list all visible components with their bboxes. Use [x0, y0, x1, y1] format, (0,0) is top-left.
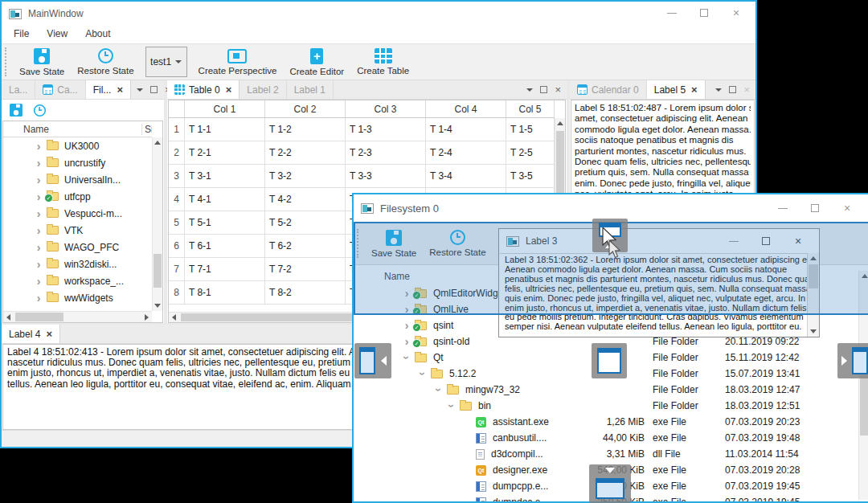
- table-cell[interactable]: T 2-5: [506, 141, 555, 165]
- expander-icon[interactable]: [31, 174, 47, 186]
- save-state-button[interactable]: Save State: [13, 44, 71, 80]
- tab-list-dropdown-icon[interactable]: [526, 88, 533, 92]
- table-cell[interactable]: T 1-2: [265, 118, 346, 141]
- expander-icon[interactable]: [31, 224, 47, 237]
- row-number[interactable]: 4: [169, 188, 185, 211]
- tab-calendar0[interactable]: Calendar 0: [570, 80, 647, 99]
- tree-item[interactable]: workspace_...: [3, 272, 152, 289]
- expander-icon[interactable]: [460, 431, 476, 444]
- restore-icon[interactable]: [34, 104, 46, 116]
- file-row[interactable]: d3dcompil... 3,31 MiB dll File 11.03.201…: [354, 446, 868, 462]
- expander-icon[interactable]: [31, 157, 47, 170]
- minimize-button[interactable]: [767, 194, 799, 222]
- table-cell[interactable]: T 4-1: [185, 188, 265, 211]
- table-cell[interactable]: T 3-2: [265, 165, 346, 188]
- main-titlebar[interactable]: MainWindow: [2, 2, 755, 26]
- create-table-button[interactable]: Create Table: [350, 44, 416, 80]
- tree-item[interactable]: utfcpp: [3, 188, 152, 205]
- minimize-button[interactable]: [656, 2, 688, 24]
- tab-filesystem[interactable]: Fil... ×: [86, 80, 131, 99]
- table-cell[interactable]: T 6-2: [265, 235, 346, 258]
- column-header[interactable]: Col 4: [426, 100, 506, 117]
- scroll-up-icon[interactable]: [154, 141, 161, 145]
- vertical-scrollbar[interactable]: [152, 137, 162, 311]
- tab-label5[interactable]: Label 5 ×: [647, 80, 706, 99]
- horizontal-scrollbar[interactable]: [3, 311, 152, 322]
- table-cell[interactable]: T 2-2: [265, 141, 346, 165]
- column-header[interactable]: Col 1: [185, 100, 265, 117]
- row-number[interactable]: 2: [169, 141, 185, 165]
- expander-icon[interactable]: [31, 258, 47, 271]
- undock-icon[interactable]: [729, 86, 736, 93]
- column-header[interactable]: Col 3: [346, 100, 426, 117]
- close-tab-icon[interactable]: ×: [226, 84, 232, 96]
- create-editor-button[interactable]: Create Editor: [283, 44, 350, 80]
- scroll-right-icon[interactable]: [145, 314, 149, 321]
- scroll-down-icon[interactable]: [810, 329, 817, 333]
- expander-icon[interactable]: [415, 367, 431, 380]
- table-cell[interactable]: T 5-1: [185, 211, 265, 235]
- create-perspective-button[interactable]: Create Perspective: [192, 44, 284, 80]
- toolbar-grip[interactable]: [5, 47, 10, 76]
- expander-icon[interactable]: [31, 275, 47, 288]
- maximize-button[interactable]: [799, 194, 831, 222]
- scrollbar-thumb[interactable]: [154, 254, 162, 288]
- table-cell[interactable]: T 2-4: [426, 141, 506, 165]
- table-cell[interactable]: T 8-2: [265, 281, 346, 305]
- table-cell[interactable]: T 7-2: [265, 258, 346, 281]
- tree-item[interactable]: VTK: [3, 222, 152, 239]
- expander-icon[interactable]: [460, 415, 476, 428]
- undock-icon[interactable]: [540, 86, 547, 93]
- table-cell[interactable]: T 2-1: [185, 141, 265, 165]
- scroll-left-icon[interactable]: [6, 314, 10, 321]
- tree-item[interactable]: WAGO_PFC: [3, 239, 152, 256]
- tree-item[interactable]: UK3000: [3, 137, 152, 154]
- close-panel-icon[interactable]: ×: [555, 84, 561, 95]
- tab-list-dropdown-icon[interactable]: [137, 88, 143, 92]
- tab-label2[interactable]: Label 2: [240, 80, 286, 99]
- expander-icon[interactable]: [460, 480, 476, 493]
- table-cell[interactable]: T 1-3: [346, 118, 426, 141]
- table-cell[interactable]: T 8-1: [185, 281, 265, 305]
- tree-item[interactable]: win32diski...: [3, 256, 152, 272]
- expander-icon[interactable]: [431, 383, 447, 396]
- scroll-left-icon[interactable]: [172, 314, 176, 321]
- menu-about[interactable]: About: [76, 28, 119, 39]
- file-row[interactable]: bin File Folder 18.03.2019 12:51: [354, 398, 868, 414]
- row-number[interactable]: 1: [169, 118, 185, 141]
- expander-icon[interactable]: [460, 448, 476, 460]
- file-row[interactable]: Qt assistant.exe 1,26 MiB exe File 07.03…: [354, 414, 868, 430]
- restore-state-button[interactable]: Restore State: [71, 44, 140, 80]
- tab-label1[interactable]: Label 1: [287, 80, 334, 99]
- scrollbar-thumb[interactable]: [181, 313, 358, 321]
- table-cell[interactable]: T 4-2: [265, 188, 346, 211]
- table-cell[interactable]: T 5-2: [265, 211, 346, 235]
- tab-list-dropdown-icon[interactable]: [715, 88, 722, 92]
- tab-labels[interactable]: La...: [2, 80, 35, 99]
- row-number[interactable]: 3: [169, 165, 185, 188]
- tree-header[interactable]: Name Size: [3, 121, 152, 137]
- table-cell[interactable]: T 3-5: [506, 165, 555, 188]
- tab-table0[interactable]: Table 0 ×: [167, 80, 240, 99]
- table-cell[interactable]: T 6-1: [185, 235, 265, 258]
- size-column-header[interactable]: Size: [141, 124, 152, 135]
- expander-icon[interactable]: [444, 399, 460, 412]
- row-number[interactable]: 6: [169, 235, 185, 258]
- scroll-down-icon[interactable]: [154, 304, 161, 308]
- menu-file[interactable]: File: [5, 28, 38, 39]
- table-cell[interactable]: T 2-3: [346, 141, 426, 165]
- table-cell[interactable]: T 3-4: [426, 165, 506, 188]
- table-cell[interactable]: T 3-1: [185, 165, 265, 188]
- scrollbar-thumb[interactable]: [15, 313, 63, 321]
- expander-icon[interactable]: [460, 496, 476, 501]
- dock-bottom-indicator[interactable]: [589, 464, 631, 503]
- file-row[interactable]: canbusutil.... 44,00 KiB exe File 07.03.…: [354, 430, 868, 446]
- file-row[interactable]: mingw73_32 File Folder 18.03.2019 12:47: [354, 382, 868, 398]
- maximize-button[interactable]: [688, 2, 720, 24]
- table-cell[interactable]: T 1-1: [185, 118, 265, 141]
- table-cell[interactable]: T 1-5: [506, 118, 555, 141]
- close-tab-icon[interactable]: ×: [46, 328, 52, 340]
- close-tab-icon[interactable]: ×: [117, 84, 123, 96]
- close-button[interactable]: ×: [831, 194, 863, 222]
- dock-left-indicator[interactable]: [354, 343, 391, 378]
